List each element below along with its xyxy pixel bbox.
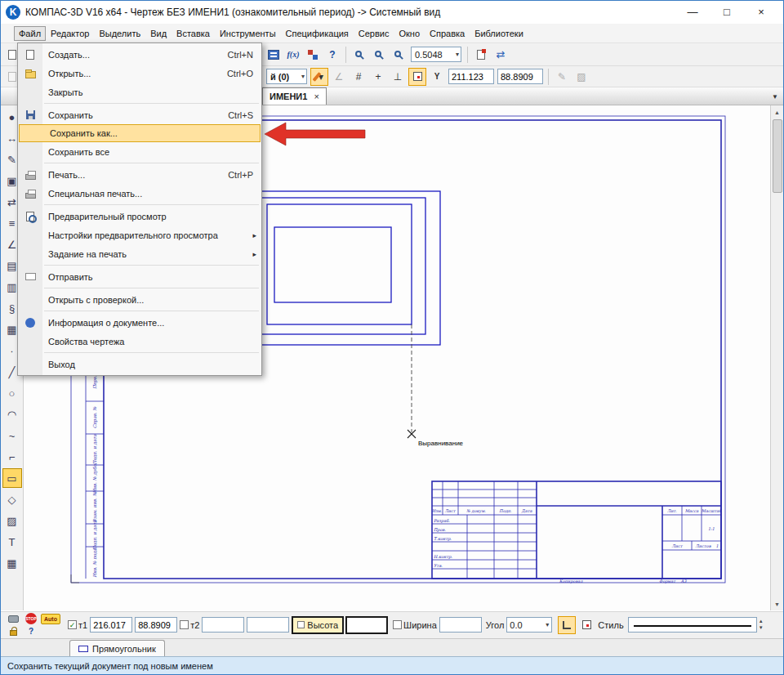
stop-button[interactable]: STOP — [25, 613, 37, 624]
document-tab[interactable]: ИМЕНИ1 × — [262, 87, 327, 105]
lock-parameters-button[interactable] — [4, 622, 22, 640]
menu-item-save[interactable]: Сохранить Ctrl+S — [18, 105, 261, 124]
menu-item-print-preview[interactable]: Предварительный просмотр — [18, 207, 261, 226]
style-spinner[interactable]: ▲ ▼ — [759, 619, 764, 631]
menu-item-preview-settings[interactable]: Настройки предварительного просмотра ▸ — [18, 226, 261, 244]
spin-down-icon[interactable]: ▼ — [759, 625, 764, 631]
table-tool-button[interactable]: ▦ — [2, 553, 22, 573]
line-style-preview[interactable] — [628, 617, 757, 633]
coordinates-button[interactable]: Y — [428, 68, 446, 86]
height-label-group[interactable]: Высота — [292, 616, 344, 634]
tab-close-icon[interactable]: × — [314, 92, 318, 101]
menu-item-save-as[interactable]: Сохранить как... — [19, 124, 261, 142]
menu-item-create[interactable]: Создать... Ctrl+N — [18, 45, 261, 64]
rebuild-button[interactable] — [472, 46, 490, 64]
menu-item-special-print[interactable]: Специальная печать... — [18, 184, 261, 203]
edit-pencil-button[interactable]: ✎ — [553, 68, 571, 86]
variables-button[interactable]: f(x) — [284, 46, 302, 64]
t1-checkbox[interactable]: ✓ — [68, 620, 77, 629]
angle-combobox[interactable]: 0.0 ▾ — [506, 617, 552, 633]
ortho-mode-button[interactable]: ⊥ — [389, 68, 407, 86]
t2-y-field[interactable] — [247, 617, 289, 633]
menu-editor[interactable]: Редактор — [46, 26, 94, 41]
marker-mode-button[interactable]: ▾ — [310, 68, 328, 86]
context-help-button[interactable]: ? — [323, 46, 341, 64]
menu-item-send[interactable]: Отправить — [18, 267, 261, 286]
zoom-combobox[interactable]: 0.5048 ▾ — [411, 47, 461, 62]
maximize-button[interactable]: □ — [710, 2, 744, 22]
refresh-button[interactable]: ⇄ — [492, 46, 510, 64]
t2-x-field[interactable] — [202, 617, 244, 633]
zoom-window-button[interactable] — [370, 46, 388, 64]
vertical-scrollbar[interactable]: ▲ ▼ — [770, 105, 783, 610]
t1-x-field[interactable] — [90, 617, 132, 633]
menu-item-print[interactable]: Печать... Ctrl+P — [18, 165, 261, 184]
menu-select[interactable]: Выделить — [94, 26, 145, 41]
cursor-y-field[interactable] — [497, 69, 543, 84]
scrollbar-thumb[interactable] — [773, 119, 782, 193]
macros-button[interactable] — [304, 46, 322, 64]
zoom-in-button[interactable] — [350, 46, 368, 64]
menu-view[interactable]: Вид — [145, 26, 172, 41]
rectangle-tool-button[interactable]: ▭ — [2, 468, 22, 488]
left-column-cell: Инв. № дубл. — [92, 463, 98, 493]
menu-insert[interactable]: Вставка — [172, 26, 215, 41]
local-cs-button[interactable]: + — [369, 68, 387, 86]
t2-checkbox[interactable] — [180, 620, 189, 629]
corner-mode-button[interactable] — [558, 616, 576, 634]
hatch-tool-button[interactable]: ▨ — [2, 511, 22, 530]
axes-mode-button[interactable] — [577, 616, 595, 634]
minimize-button[interactable]: — — [675, 2, 710, 22]
menu-item-save-all[interactable]: Сохранить все — [18, 142, 261, 161]
process-tab-rectangle[interactable]: Прямоугольник — [69, 640, 165, 656]
menu-specification[interactable]: Спецификация — [281, 26, 354, 41]
zoom-window-icon — [375, 51, 381, 57]
grid-button[interactable]: # — [350, 68, 368, 86]
menu-item-exit[interactable]: Выход — [18, 355, 261, 373]
view-selector-combobox[interactable]: й (0) ▾ — [266, 69, 307, 84]
text-tool-button[interactable]: T — [2, 532, 22, 552]
width-field[interactable] — [439, 617, 482, 633]
close-button[interactable]: × — [744, 2, 778, 22]
drawn-rectangle-1[interactable] — [254, 191, 440, 345]
menu-item-document-info[interactable]: Информация о документе... — [18, 313, 261, 332]
menu-item-drawing-properties[interactable]: Свойства чертежа — [18, 332, 261, 351]
menu-libraries[interactable]: Библиотеки — [470, 26, 528, 41]
scroll-down-icon[interactable]: ▼ — [771, 597, 784, 610]
chamfer-tool-button[interactable]: ⌐ — [2, 447, 22, 467]
menu-tools[interactable]: Инструменты — [215, 26, 281, 41]
menu-item-open[interactable]: Открыть... Ctrl+O — [18, 64, 261, 83]
height-field[interactable] — [345, 616, 388, 634]
cursor-x-field[interactable] — [448, 69, 494, 84]
zoom-area-button[interactable] — [390, 46, 408, 64]
menu-help[interactable]: Справка — [425, 26, 470, 41]
menu-window[interactable]: Окно — [394, 26, 425, 41]
info-icon — [18, 318, 42, 328]
menu-file[interactable]: Файл — [14, 26, 46, 41]
circle-tool-button[interactable]: ○ — [2, 383, 22, 403]
width-checkbox[interactable] — [393, 620, 402, 629]
menu-item-close[interactable]: Закрыть — [18, 83, 261, 101]
t1-y-field[interactable] — [135, 617, 177, 633]
scroll-up-icon[interactable]: ▲ — [771, 105, 784, 118]
parameter-help-button[interactable]: ? — [29, 627, 33, 636]
drawn-rectangle-2[interactable] — [261, 198, 425, 334]
menu-service[interactable]: Сервис — [354, 26, 394, 41]
hatch-style-button[interactable]: ▨ — [572, 68, 590, 86]
scrollbar-track[interactable] — [771, 118, 784, 597]
spline-tool-button[interactable]: ~ — [2, 426, 22, 445]
angle-snap-button[interactable]: ∠ — [330, 68, 348, 86]
arc-tool-button[interactable]: ◠ — [2, 405, 22, 424]
tab-list-button[interactable]: ▼ — [767, 88, 783, 105]
library-manager-button[interactable] — [265, 46, 283, 64]
snap-settings-button[interactable] — [408, 68, 426, 86]
drawn-rectangle-4[interactable] — [274, 227, 391, 302]
height-checkbox[interactable] — [297, 621, 305, 628]
menu-item-print-job[interactable]: Задание на печать ▸ — [18, 244, 261, 263]
drawn-rectangle-3[interactable] — [267, 204, 412, 324]
menu-item-open-with-check[interactable]: Открыть с проверкой... — [18, 290, 261, 309]
polygon-tool-button[interactable]: ◇ — [2, 489, 22, 509]
auto-create-button[interactable]: Auto — [41, 614, 60, 624]
spin-up-icon[interactable]: ▲ — [759, 619, 764, 624]
angle-value: 0.0 — [510, 620, 522, 630]
